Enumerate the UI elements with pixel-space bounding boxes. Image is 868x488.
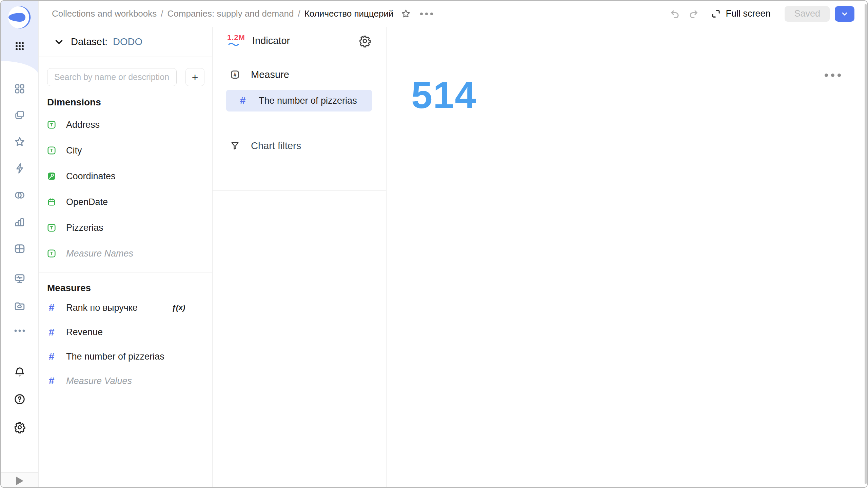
chart-config-panel: 1.2M Indicator # Measure # [213, 27, 387, 487]
indicator-chart-type-icon[interactable]: 1.2M [227, 33, 249, 49]
redo-icon[interactable] [688, 8, 699, 20]
more-ellipsis-icon[interactable] [1, 328, 38, 333]
collapse-chevron-icon[interactable] [53, 36, 65, 47]
charts-bars-icon[interactable] [1, 216, 38, 228]
connections-lightning-icon[interactable] [1, 162, 38, 175]
chart-filters-section: Chart filters [213, 127, 386, 191]
chart-canvas: 514 [387, 27, 867, 487]
measure-field-chip[interactable]: # The number of pizzerias [226, 90, 372, 111]
svg-text:T: T [50, 225, 53, 230]
dataset-header: Dataset: DODO [38, 27, 212, 57]
breadcrumb-chart-title: Количество пиццерий [304, 8, 394, 19]
geo-field-icon [47, 172, 56, 181]
fullscreen-button[interactable]: Full screen [726, 8, 770, 19]
number-field-icon: # [47, 326, 56, 338]
number-field-icon: # [47, 375, 56, 387]
page-scrollbar[interactable] [865, 4, 867, 484]
breadcrumb-workbook[interactable]: Companies: supply and demand [167, 8, 294, 19]
field-label: Address [66, 120, 100, 130]
help-question-icon[interactable] [1, 393, 38, 405]
field-row-coordinates[interactable]: Coordinates [38, 163, 212, 189]
monitoring-icon[interactable] [1, 272, 38, 285]
field-row-city[interactable]: T City [38, 138, 212, 163]
storage-folder-icon[interactable] [1, 300, 38, 312]
field-label: Revenue [66, 327, 103, 338]
breadcrumb-separator: / [298, 8, 300, 19]
settings-gear-icon[interactable] [1, 421, 38, 433]
notifications-bell-icon[interactable] [1, 366, 38, 378]
chart-menu-ellipsis-icon[interactable] [825, 74, 841, 77]
datalens-logo-icon[interactable] [8, 6, 31, 29]
field-search-row: + [47, 68, 204, 86]
expand-sidebar-icon[interactable] [16, 476, 23, 485]
collections-icon[interactable] [1, 109, 38, 121]
measures-heading: Measures [47, 283, 212, 293]
breadcrumb-collections[interactable]: Collections and workbooks [52, 8, 157, 19]
field-row-address[interactable]: T Address [38, 112, 212, 138]
field-search-input[interactable] [47, 68, 177, 86]
measure-section: # Measure # The number of pizzerias [213, 55, 386, 127]
measure-section-title: Measure [251, 69, 289, 80]
save-menu-button[interactable] [835, 6, 854, 22]
dataset-name-link[interactable]: DODO [113, 36, 142, 47]
indicator-badge-text: 1.2M [227, 33, 245, 42]
field-row-measure-names[interactable]: T Measure Names [38, 241, 212, 266]
field-row-revenue[interactable]: # Revenue [38, 320, 212, 344]
fullscreen-icon[interactable] [710, 8, 722, 19]
breadcrumb-more-icon[interactable] [420, 13, 433, 15]
funnel-icon [230, 141, 240, 151]
text-field-icon: T [47, 249, 56, 258]
favorites-star-icon[interactable] [1, 136, 38, 148]
hash-square-icon: # [230, 69, 240, 80]
field-row-pizzerias[interactable]: T Pizzerias [38, 215, 212, 241]
table-icon[interactable] [1, 243, 38, 255]
field-label: Rank по выручке [66, 303, 138, 313]
favorite-star-icon[interactable] [400, 8, 411, 19]
datasets-circles-icon[interactable] [1, 189, 38, 201]
chart-filters-header[interactable]: Chart filters [213, 136, 386, 156]
dimensions-list: T Address T City Coordinates Op [38, 112, 212, 266]
sidebar-footer [1, 472, 38, 488]
field-row-number-of-pizzerias[interactable]: # The number of pizzerias [38, 344, 212, 369]
field-label: City [66, 145, 82, 156]
app-window: Collections and workbooks / Companies: s… [0, 0, 868, 488]
svg-text:#: # [234, 72, 237, 78]
text-field-icon: T [47, 146, 56, 155]
chart-type-header: 1.2M Indicator [213, 27, 386, 55]
field-label: Measure Names [66, 248, 133, 259]
field-label: Pizzerias [66, 223, 103, 233]
add-field-button[interactable]: + [185, 68, 204, 86]
chart-filters-title: Chart filters [251, 140, 301, 151]
measure-field-chip-label: The number of pizzerias [259, 96, 357, 106]
date-field-icon [47, 198, 56, 206]
dataset-label: Dataset: [71, 36, 107, 47]
text-field-icon: T [47, 120, 56, 129]
topbar-actions: Full screen Saved [669, 6, 854, 22]
svg-text:T: T [50, 148, 53, 153]
left-rail [1, 1, 39, 488]
number-field-icon: # [47, 351, 56, 362]
breadcrumb-separator: / [161, 8, 163, 19]
svg-text:T: T [50, 251, 53, 256]
apps-grid-icon[interactable] [1, 40, 38, 52]
chart-settings-gear-icon[interactable] [358, 35, 371, 47]
chevron-down-icon [840, 9, 849, 18]
measures-list: # Rank по выручке ƒ(x) # Revenue # The n… [38, 296, 212, 393]
number-field-icon: # [238, 95, 247, 106]
undo-icon[interactable] [669, 8, 680, 20]
measure-section-header: # Measure [213, 65, 386, 84]
formula-icon: ƒ(x) [172, 303, 185, 312]
field-row-measure-values[interactable]: # Measure Values [38, 369, 212, 393]
field-row-rank[interactable]: # Rank по выручке ƒ(x) [38, 296, 212, 320]
saved-button[interactable]: Saved [785, 6, 830, 22]
section-divider [38, 272, 212, 272]
number-field-icon: # [47, 302, 56, 313]
field-label: Measure Values [66, 376, 132, 386]
breadcrumb: Collections and workbooks / Companies: s… [52, 8, 394, 19]
field-label: Coordinates [66, 171, 116, 182]
top-bar: Collections and workbooks / Companies: s… [38, 1, 867, 27]
field-label: The number of pizzerias [66, 351, 164, 362]
field-row-opendate[interactable]: OpenDate [38, 189, 212, 215]
dashboards-grid-icon[interactable] [1, 83, 38, 95]
dataset-panel: Dataset: DODO + Dimensions T Address T C… [38, 27, 213, 487]
